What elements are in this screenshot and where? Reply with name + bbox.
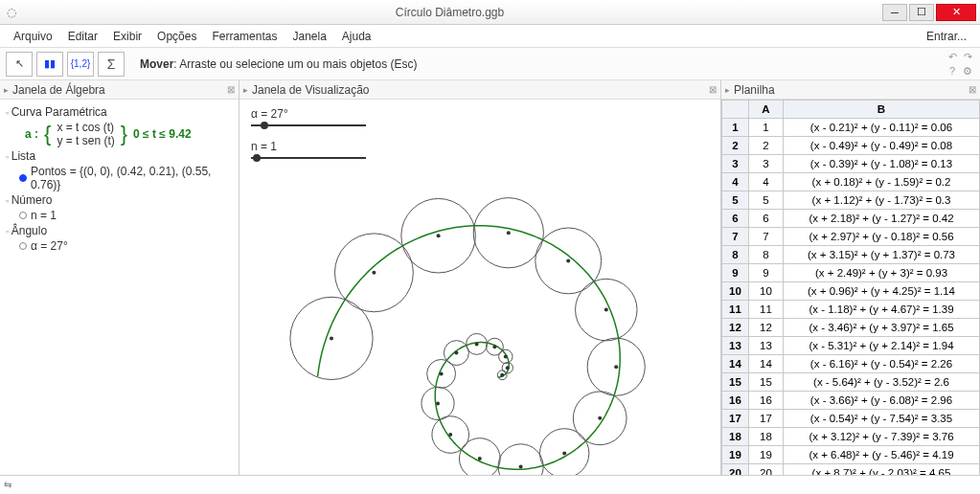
- cell-a[interactable]: 3: [749, 155, 784, 173]
- command-input[interactable]: [15, 478, 976, 493]
- row-header[interactable]: 5: [722, 191, 749, 210]
- cell-b[interactable]: (x + 2.97)² + (y - 0.18)² = 0.56: [784, 228, 980, 246]
- cell-b[interactable]: (x - 3.66)² + (y - 6.08)² = 2.96: [784, 392, 980, 410]
- undo-icon[interactable]: ↶: [946, 50, 959, 63]
- cell-a[interactable]: 18: [749, 428, 784, 446]
- cell-b[interactable]: (x + 1.12)² + (y - 1.73)² = 0.3: [784, 191, 980, 210]
- object-a[interactable]: a : { x = t cos (t) y = t sen (t) } 0 ≤ …: [19, 121, 233, 147]
- table-row[interactable]: 14 14 (x - 6.16)² + (y - 0.54)² = 2.26: [722, 355, 980, 373]
- cat-lista[interactable]: Lista: [6, 149, 233, 163]
- table-row[interactable]: 19 19 (x + 6.48)² + (y - 5.46)² = 4.19: [722, 446, 980, 464]
- table-row[interactable]: 7 7 (x + 2.97)² + (y - 0.18)² = 0.56: [722, 228, 980, 246]
- cell-b[interactable]: (x + 3.15)² + (y + 1.37)² = 0.73: [784, 246, 980, 264]
- cat-angulo[interactable]: Ângulo: [6, 224, 233, 237]
- cell-b[interactable]: (x + 6.48)² + (y - 5.46)² = 4.19: [784, 446, 980, 464]
- table-row[interactable]: 2 2 (x - 0.49)² + (y - 0.49)² = 0.08: [722, 137, 980, 155]
- row-header[interactable]: 11: [722, 301, 749, 319]
- table-row[interactable]: 8 8 (x + 3.15)² + (y + 1.37)² = 0.73: [722, 246, 980, 264]
- table-row[interactable]: 6 6 (x + 2.18)² + (y - 1.27)² = 0.42: [722, 210, 980, 228]
- table-row[interactable]: 4 4 (x + 0.18)² + (y - 1.59)² = 0.2: [722, 173, 980, 191]
- row-header[interactable]: 15: [722, 373, 749, 392]
- table-row[interactable]: 20 20 (x + 8.7)² + (y - 2.03)² = 4.65: [722, 464, 980, 476]
- spreadsheet-table[interactable]: A B 1 1 (x - 0.21)² + (y - 0.11)² = 0.06…: [721, 100, 980, 475]
- row-header[interactable]: 7: [722, 228, 749, 246]
- corner-cell[interactable]: [722, 101, 749, 119]
- signin-link[interactable]: Entrar...: [926, 30, 974, 43]
- cell-a[interactable]: 9: [749, 264, 784, 282]
- cat-curve[interactable]: Curva Paramétrica: [6, 105, 233, 119]
- cell-a[interactable]: 20: [749, 464, 784, 476]
- sum-tool[interactable]: Σ: [98, 52, 125, 77]
- table-row[interactable]: 13 13 (x - 5.31)² + (y + 2.14)² = 1.94: [722, 337, 980, 355]
- row-header[interactable]: 12: [722, 319, 749, 337]
- cell-a[interactable]: 5: [749, 191, 784, 210]
- help-icon[interactable]: ?: [946, 64, 959, 78]
- spreadsheet-header[interactable]: ▸ Planilha ⊠: [721, 80, 980, 100]
- menu-ferramentas[interactable]: Ferramentas: [204, 28, 285, 45]
- row-header[interactable]: 9: [722, 264, 749, 282]
- cell-a[interactable]: 19: [749, 446, 784, 464]
- cell-b[interactable]: (x + 8.7)² + (y - 2.03)² = 4.65: [784, 464, 980, 476]
- object-alpha[interactable]: α = 27°: [19, 239, 233, 253]
- cell-b[interactable]: (x + 0.18)² + (y - 1.59)² = 0.2: [784, 173, 980, 191]
- maximize-button[interactable]: ☐: [909, 4, 934, 21]
- row-header[interactable]: 18: [722, 428, 749, 446]
- cell-b[interactable]: (x + 2.49)² + (y + 3)² = 0.93: [784, 264, 980, 282]
- cell-a[interactable]: 12: [749, 319, 784, 337]
- row-header[interactable]: 20: [722, 464, 749, 476]
- menu-arquivo[interactable]: Arquivo: [6, 28, 60, 45]
- algebra-header[interactable]: ▸ Janela de Álgebra ⊠: [0, 80, 239, 100]
- cell-b[interactable]: (x - 0.21)² + (y - 0.11)² = 0.06: [784, 119, 980, 137]
- toggle-algebra-icon[interactable]: ⇆: [4, 480, 11, 490]
- redo-icon[interactable]: ↷: [961, 50, 974, 63]
- table-row[interactable]: 17 17 (x - 0.54)² + (y - 7.54)² = 3.35: [722, 410, 980, 428]
- table-row[interactable]: 16 16 (x - 3.66)² + (y - 6.08)² = 2.96: [722, 392, 980, 410]
- cell-b[interactable]: (x - 1.18)² + (y + 4.67)² = 1.39: [784, 301, 980, 319]
- row-header[interactable]: 8: [722, 246, 749, 264]
- cat-numero[interactable]: Número: [6, 193, 233, 207]
- table-row[interactable]: 10 10 (x + 0.96)² + (y + 4.25)² = 1.14: [722, 282, 980, 301]
- row-header[interactable]: 17: [722, 410, 749, 428]
- close-button[interactable]: ✕: [936, 4, 976, 21]
- set-tool[interactable]: {1,2}: [67, 52, 94, 77]
- row-header[interactable]: 6: [722, 210, 749, 228]
- minimize-button[interactable]: ─: [882, 4, 907, 21]
- row-header[interactable]: 10: [722, 282, 749, 301]
- row-header[interactable]: 2: [722, 137, 749, 155]
- menu-exibir[interactable]: Exibir: [105, 28, 149, 45]
- menu-janela[interactable]: Janela: [285, 28, 333, 45]
- cell-a[interactable]: 1: [749, 119, 784, 137]
- visibility-dot[interactable]: [19, 174, 27, 182]
- object-pontos[interactable]: Pontos = {(0, 0), (0.42, 0.21), (0.55, 0…: [19, 165, 233, 191]
- cell-a[interactable]: 7: [749, 228, 784, 246]
- cell-b[interactable]: (x - 6.16)² + (y - 0.54)² = 2.26: [784, 355, 980, 373]
- cell-a[interactable]: 16: [749, 392, 784, 410]
- cell-b[interactable]: (x - 3.46)² + (y + 3.97)² = 1.65: [784, 319, 980, 337]
- cell-a[interactable]: 13: [749, 337, 784, 355]
- cell-b[interactable]: (x - 5.64)² + (y - 3.52)² = 2.6: [784, 373, 980, 392]
- table-row[interactable]: 5 5 (x + 1.12)² + (y - 1.73)² = 0.3: [722, 191, 980, 210]
- row-header[interactable]: 1: [722, 119, 749, 137]
- table-row[interactable]: 11 11 (x - 1.18)² + (y + 4.67)² = 1.39: [722, 301, 980, 319]
- settings-icon[interactable]: ⚙: [961, 64, 974, 78]
- cell-a[interactable]: 11: [749, 301, 784, 319]
- row-header[interactable]: 14: [722, 355, 749, 373]
- table-row[interactable]: 3 3 (x - 0.39)² + (y - 1.08)² = 0.13: [722, 155, 980, 173]
- graphics-canvas[interactable]: α = 27° n = 1: [239, 100, 720, 475]
- graphics-header[interactable]: ▸ Janela de Visualização ⊠: [239, 80, 720, 100]
- cell-b[interactable]: (x - 0.39)² + (y - 1.08)² = 0.13: [784, 155, 980, 173]
- cell-b[interactable]: (x - 0.54)² + (y - 7.54)² = 3.35: [784, 410, 980, 428]
- close-panel-icon[interactable]: ⊠: [709, 84, 717, 95]
- cell-b[interactable]: (x - 0.49)² + (y - 0.49)² = 0.08: [784, 137, 980, 155]
- cell-a[interactable]: 8: [749, 246, 784, 264]
- object-n[interactable]: n = 1: [19, 209, 233, 222]
- table-row[interactable]: 1 1 (x - 0.21)² + (y - 0.11)² = 0.06: [722, 119, 980, 137]
- table-row[interactable]: 12 12 (x - 3.46)² + (y + 3.97)² = 1.65: [722, 319, 980, 337]
- visibility-dot[interactable]: [19, 212, 27, 219]
- cell-a[interactable]: 17: [749, 410, 784, 428]
- menu-editar[interactable]: Editar: [60, 28, 105, 45]
- menu-ajuda[interactable]: Ajuda: [334, 28, 379, 45]
- cell-a[interactable]: 2: [749, 137, 784, 155]
- row-header[interactable]: 19: [722, 446, 749, 464]
- row-header[interactable]: 13: [722, 337, 749, 355]
